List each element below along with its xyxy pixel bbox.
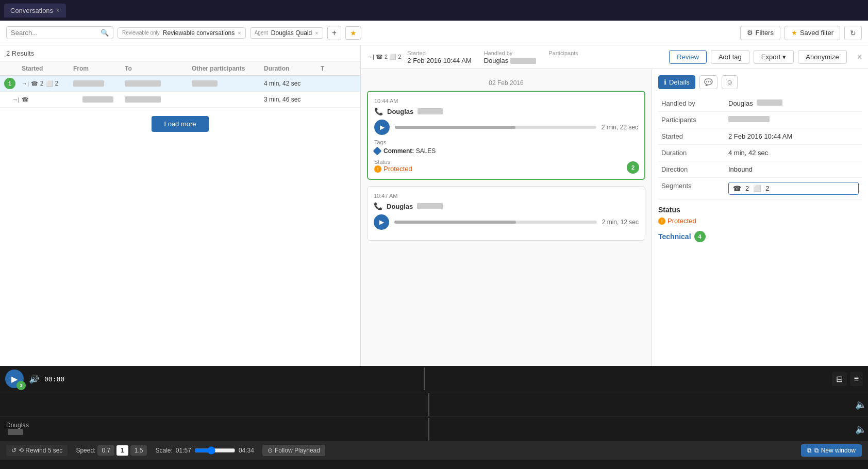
filter-chip-agent: Agent Douglas Quaid × xyxy=(250,27,323,39)
new-window-icon: ⧉ xyxy=(807,447,812,454)
conversations-panel: 2 Results Started From To Other particip… xyxy=(0,45,361,366)
msg2-audio-fill xyxy=(394,221,516,224)
msg2-play-row: ▶ 2 min, 12 sec xyxy=(374,214,639,230)
close-icon[interactable]: × xyxy=(857,53,862,62)
msg2-play-button[interactable]: ▶ xyxy=(374,214,389,230)
table-row[interactable]: 1 →| ☎ 2 ⬜ 2 4 min, 42 sec xyxy=(0,76,360,92)
scale-slider[interactable] xyxy=(194,446,236,455)
segments-phone-icon: ☎ xyxy=(733,185,741,192)
tag-dot xyxy=(373,147,382,156)
anonymize-button[interactable]: Anonymize xyxy=(798,50,846,64)
chip2-label: Agent xyxy=(255,30,268,36)
status-badge: ! Protected xyxy=(374,165,638,173)
msg1-audio-bar xyxy=(395,126,596,129)
main-area: 2 Results Started From To Other particip… xyxy=(0,45,868,366)
speed-15-button[interactable]: 1.5 xyxy=(130,445,147,456)
phone-icon-2: 📞 xyxy=(374,202,382,210)
volume-icon[interactable]: 🔊 xyxy=(29,374,39,384)
conversation-messages: 02 Feb 2016 10:44 AM 📞 Douglas ▶ 2 xyxy=(361,69,652,366)
tag-comment: Comment: SALES xyxy=(383,147,436,155)
speed-group: Speed: 0.7 1 1.5 xyxy=(76,445,147,456)
channel-1-mute[interactable]: 🔈 xyxy=(854,399,868,410)
detail-started-group: Started 2 Feb 2016 10:44 AM xyxy=(407,49,471,64)
channel-1-wave: (function() { var bars = []; for (var i … xyxy=(52,393,854,416)
audio-player: ▶ 3 🔊 00:00 // Generate green waveform b… xyxy=(0,366,868,469)
player-icon-2[interactable]: ≡ xyxy=(850,372,863,386)
segments-value-tbl: ☎ 2 ⬜ 2 xyxy=(725,178,862,199)
participants-value xyxy=(725,112,862,128)
review-button[interactable]: Review xyxy=(669,50,707,64)
status-section: Status ! Protected xyxy=(658,206,862,225)
warning-icon: ! xyxy=(374,165,381,173)
speed-07-button[interactable]: 0.7 xyxy=(97,445,114,456)
channel-2-mute[interactable]: 🔈 xyxy=(854,424,868,435)
filter-bar-right: ⚙ Filters ★ Saved filter ↻ xyxy=(740,26,862,40)
smiley-tab-button[interactable]: ☺ xyxy=(722,75,738,89)
msg1-sender: 📞 Douglas xyxy=(374,107,638,115)
info-warning-icon: ! xyxy=(658,217,665,225)
chip1-value: Reviewable conversations xyxy=(163,29,235,37)
detail-handled-label: Handled by xyxy=(484,50,513,56)
msg2-sender: 📞 Douglas xyxy=(374,202,639,210)
export-button[interactable]: Export ▾ xyxy=(754,50,794,64)
technical-section[interactable]: Technical 4 xyxy=(658,231,862,242)
started-value-tbl: 2 Feb 2016 10:44 AM xyxy=(725,128,862,145)
search-input[interactable] xyxy=(11,29,97,37)
details-tab-button[interactable]: ℹ Details xyxy=(658,75,695,89)
new-window-button[interactable]: ⧉ ⧉ New window xyxy=(801,444,862,457)
channel-1-svg: (function() { var bars = []; for (var i … xyxy=(52,393,854,416)
tags-section: Tags Comment: SALES xyxy=(374,139,638,155)
message-block-1: 10:44 AM 📞 Douglas ▶ 2 min, 22 sec xyxy=(367,91,645,180)
row1-icon-phone: ☎ xyxy=(31,80,38,87)
handled-blur xyxy=(510,58,536,64)
row1-duration: 4 min, 42 sec xyxy=(264,80,321,87)
info-status-text: Protected xyxy=(667,217,696,225)
star-filter-button[interactable]: ★ xyxy=(345,26,361,40)
speed-label: Speed: xyxy=(76,447,95,454)
detail-handled-value: Douglas xyxy=(484,57,509,64)
table-row[interactable]: →| ☎ 3 min, 46 sec xyxy=(0,92,360,108)
info-row-direction: Direction Inbound xyxy=(658,161,862,178)
detail-handled-group: Handled by Douglas xyxy=(484,49,537,64)
info-icon: ℹ xyxy=(664,78,666,86)
refresh-button[interactable]: ↻ xyxy=(844,26,862,40)
filters-button[interactable]: ⚙ Filters xyxy=(740,26,780,40)
msg2-audio-bar xyxy=(394,221,597,224)
conversations-tab[interactable]: Conversations × xyxy=(4,4,66,18)
detail-actions: Review Add tag Export ▾ Anonymize xyxy=(669,50,846,64)
tab-label: Conversations xyxy=(10,7,53,14)
chat-tab-button[interactable]: 💬 xyxy=(699,75,717,89)
handled-blur-2 xyxy=(757,99,782,106)
row1-from xyxy=(73,80,104,87)
msg2-sender-name: Douglas xyxy=(387,203,413,210)
row2-duration: 3 min, 46 sec xyxy=(264,96,321,103)
row2-icon-forward: →| xyxy=(12,96,20,103)
info-sidebar: ℹ Details 💬 ☺ Handled by Douglas xyxy=(652,69,868,366)
detail-started-label: Started xyxy=(407,50,425,56)
speed-1-button[interactable]: 1 xyxy=(116,445,128,456)
status-heading: Status xyxy=(658,206,862,214)
scale-time2: 04:34 xyxy=(239,447,254,454)
follow-playhead-button[interactable]: ⊙ Follow Playhead xyxy=(262,445,325,456)
load-more-button[interactable]: Load more xyxy=(152,116,208,132)
info-tabs: ℹ Details 💬 ☺ xyxy=(658,75,862,89)
chip1-label: Reviewable only xyxy=(122,30,160,36)
col-to: To xyxy=(125,65,192,72)
channel-1-playhead xyxy=(428,393,429,416)
saved-filter-button[interactable]: ★ Saved filter xyxy=(784,26,840,40)
chip2-remove[interactable]: × xyxy=(315,30,318,36)
segments-cell[interactable]: ☎ 2 ⬜ 2 xyxy=(728,182,859,195)
rewind-button[interactable]: ↺ ⟲ Rewind 5 sec xyxy=(6,445,68,456)
row2-to xyxy=(125,96,161,103)
add-filter-button[interactable]: + xyxy=(327,26,341,40)
msg1-play-button[interactable]: ▶ xyxy=(374,120,390,135)
add-tag-button[interactable]: Add tag xyxy=(711,50,749,64)
col-duration: Duration xyxy=(264,65,321,72)
load-more-row: Load more xyxy=(0,108,360,140)
tab-close[interactable]: × xyxy=(56,7,59,13)
player-icon-1[interactable]: ⊟ xyxy=(832,372,847,386)
msg2-time: 10:47 AM xyxy=(374,193,639,199)
search-box[interactable]: 🔍 xyxy=(6,26,113,39)
filter-icon: ⚙ xyxy=(747,29,753,37)
chip1-remove[interactable]: × xyxy=(238,30,241,36)
